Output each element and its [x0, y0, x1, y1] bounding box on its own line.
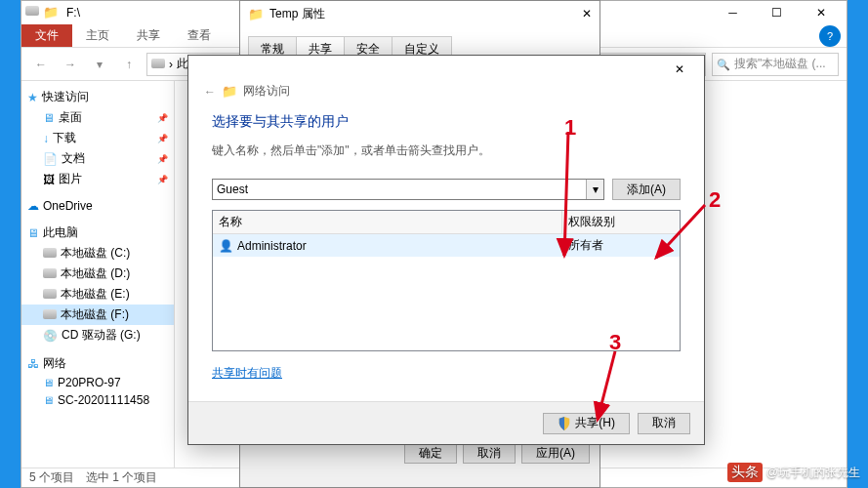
sidebar-item-pictures[interactable]: 图片📌 — [21, 169, 174, 189]
drive-icon — [151, 58, 165, 71]
help-icon[interactable]: ? — [819, 25, 841, 47]
share-heading: 选择要与其共享的用户 — [212, 113, 681, 131]
share-cancel-button[interactable]: 取消 — [638, 413, 690, 434]
sidebar-drive-c[interactable]: 本地磁盘 (C:) — [21, 243, 174, 264]
ribbon-file-tab[interactable]: 文件 — [21, 24, 72, 47]
nav-recent[interactable]: ▾ — [88, 53, 111, 76]
add-button[interactable]: 添加(A) — [612, 179, 681, 200]
properties-titlebar: Temp 属性 ✕ — [240, 1, 599, 26]
sidebar-drive-e[interactable]: 本地磁盘 (E:) — [21, 284, 174, 305]
annotation-2: 2 — [709, 187, 721, 213]
star-icon — [27, 91, 38, 104]
pin-icon: 📌 — [157, 175, 168, 184]
nav-up[interactable]: ↑ — [117, 53, 141, 76]
properties-title: Temp 属性 — [269, 6, 325, 22]
status-selected: 选中 1 个项目 — [86, 469, 157, 486]
col-perm[interactable]: 权限级别 — [562, 211, 680, 233]
drive-icon — [25, 5, 41, 20]
nav-back[interactable]: ← — [29, 53, 53, 76]
user-combobox[interactable]: Guest ▾ — [212, 179, 604, 200]
sidebar-drive-f[interactable]: 本地磁盘 (F:) — [21, 305, 174, 325]
sidebar-network[interactable]: 网络 — [21, 353, 174, 374]
pin-icon: 📌 — [157, 154, 168, 164]
maximize-button[interactable]: ☐ — [755, 1, 799, 24]
pin-icon: 📌 — [157, 134, 168, 143]
cd-icon — [43, 329, 58, 343]
user-icon: 👤 — [219, 239, 233, 253]
pin-icon: 📌 — [157, 113, 168, 123]
col-name[interactable]: 名称 — [213, 211, 562, 233]
search-input[interactable]: 搜索"本地磁盘 (... — [712, 53, 839, 76]
sidebar-quick-access[interactable]: 快速访问 — [21, 87, 174, 107]
combo-value: Guest — [217, 183, 248, 196]
disk-icon — [43, 288, 57, 302]
sidebar-item-downloads[interactable]: 下载📌 — [21, 128, 174, 148]
netpc-icon — [43, 376, 54, 389]
share-hint: 键入名称，然后单击"添加"，或者单击箭头查找用户。 — [212, 142, 681, 159]
watermark-text: @玩手机的张先生 — [766, 465, 860, 481]
sidebar-drive-g[interactable]: CD 驱动器 (G:) — [21, 325, 174, 346]
disk-icon — [43, 267, 57, 281]
sidebar: 快速访问 桌面📌 下载📌 文档📌 图片📌 OneDrive 此电脑 本地磁盘 (… — [21, 81, 175, 468]
watermark: 头条 @玩手机的张先生 — [727, 463, 860, 482]
netpc-icon — [43, 393, 54, 407]
disk-icon — [43, 308, 57, 322]
share-button[interactable]: 共享(H) — [543, 413, 630, 434]
share-help-link[interactable]: 共享时有问题 — [212, 365, 282, 382]
sidebar-item-documents[interactable]: 文档📌 — [21, 148, 174, 169]
download-icon — [43, 132, 49, 145]
minimize-button[interactable]: ─ — [711, 1, 755, 24]
sidebar-network-item[interactable]: P20PRO-97 — [21, 374, 174, 391]
picture-icon — [43, 173, 55, 186]
desktop-icon — [43, 111, 55, 125]
prop-ok-button[interactable]: 确定 — [404, 442, 457, 464]
search-icon — [717, 58, 730, 71]
annotation-3: 3 — [609, 330, 621, 355]
chevron-down-icon[interactable]: ▾ — [586, 180, 603, 199]
network-icon — [27, 357, 39, 371]
sidebar-drive-d[interactable]: 本地磁盘 (D:) — [21, 264, 174, 284]
prop-apply-button[interactable]: 应用(A) — [521, 442, 590, 464]
sidebar-item-desktop[interactable]: 桌面📌 — [21, 107, 174, 128]
watermark-badge: 头条 — [727, 463, 763, 482]
share-dialog: ✕ ← 网络访问 选择要与其共享的用户 键入名称，然后单击"添加"，或者单击箭头… — [187, 55, 705, 445]
sidebar-onedrive[interactable]: OneDrive — [21, 197, 174, 215]
nav-forward[interactable]: → — [59, 53, 82, 76]
annotation-1: 1 — [564, 115, 576, 141]
ribbon-tab-home[interactable]: 主页 — [72, 24, 123, 47]
share-head: 网络访问 — [243, 83, 290, 100]
sidebar-thispc[interactable]: 此电脑 — [21, 223, 174, 243]
close-button[interactable]: ✕ — [799, 1, 843, 24]
close-icon[interactable]: ✕ — [582, 7, 592, 20]
list-row[interactable]: 👤Administrator 所有者 — [213, 234, 680, 257]
folder-icon — [43, 5, 59, 20]
cloud-icon — [27, 199, 39, 213]
share-close-button[interactable]: ✕ — [661, 59, 698, 80]
share-icon — [222, 84, 237, 99]
status-count: 5 个项目 — [29, 469, 74, 486]
ribbon-tab-share[interactable]: 共享 — [123, 24, 174, 47]
disk-icon — [43, 247, 57, 261]
shield-icon — [558, 417, 571, 430]
pc-icon — [27, 226, 39, 240]
document-icon — [43, 152, 58, 166]
prop-cancel-button[interactable]: 取消 — [463, 442, 516, 464]
sidebar-network-item[interactable]: SC-20201111458 — [21, 391, 174, 409]
ribbon-tab-view[interactable]: 查看 — [174, 24, 225, 47]
folder-icon — [248, 7, 264, 21]
